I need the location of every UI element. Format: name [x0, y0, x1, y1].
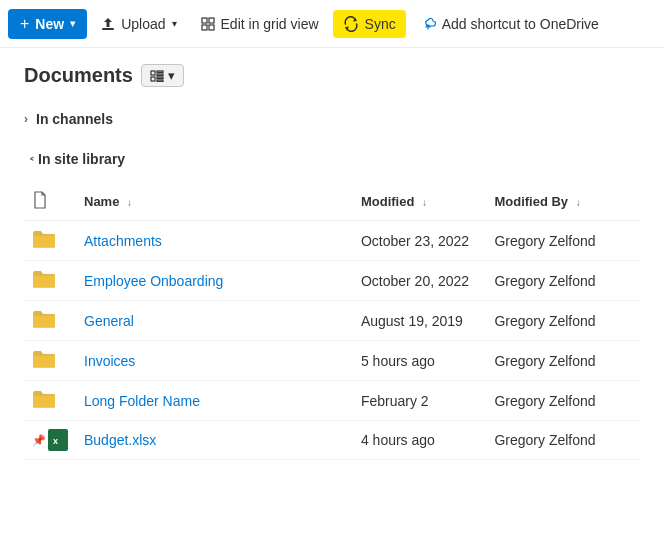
new-button-label: New — [35, 16, 64, 32]
grid-icon — [201, 17, 215, 31]
row-attachments-icon-cell — [24, 221, 76, 261]
row-long-folder-name-modified: February 2 — [353, 381, 487, 421]
th-modified-by[interactable]: Modified By ↓ — [486, 183, 640, 221]
row-long-folder-name-icon-cell — [24, 381, 76, 421]
view-chevron-icon: ▾ — [168, 68, 175, 83]
row-attachments-name: Attachments — [76, 221, 353, 261]
table-row[interactable]: 📌 x Budget.xlsx4 hours agoGregory Zelfon… — [24, 421, 640, 460]
row-invoices-icon-cell — [24, 341, 76, 381]
file-name-text[interactable]: Attachments — [84, 233, 162, 249]
row-employee-onboarding-name: Employee Onboarding — [76, 261, 353, 301]
add-shortcut-label: Add shortcut to OneDrive — [442, 16, 599, 32]
row-long-folder-name-modified-by: Gregory Zelfond — [486, 381, 640, 421]
modified-by-sort-icon: ↓ — [576, 197, 581, 208]
row-employee-onboarding-modified-by: Gregory Zelfond — [486, 261, 640, 301]
documents-header: Documents ▾ — [24, 64, 640, 87]
sync-icon — [343, 16, 359, 32]
in-channels-section: › In channels — [24, 103, 640, 135]
table-row[interactable]: Long Folder NameFebruary 2Gregory Zelfon… — [24, 381, 640, 421]
name-col-label: Name — [84, 194, 119, 209]
table-row[interactable]: Employee OnboardingOctober 20, 2022Grego… — [24, 261, 640, 301]
folder-icon — [32, 269, 56, 289]
row-long-folder-name-name: Long Folder Name — [76, 381, 353, 421]
file-name-text[interactable]: General — [84, 313, 134, 329]
folder-icon — [32, 229, 56, 249]
svg-rect-4 — [209, 25, 214, 30]
excel-icon: x — [48, 429, 68, 451]
in-site-library-section: ˅ In site library Name ↓ — [24, 143, 640, 460]
upload-label: Upload — [121, 16, 165, 32]
svg-rect-7 — [157, 71, 163, 73]
layout-icon — [150, 70, 164, 82]
row-invoices-modified-by: Gregory Zelfond — [486, 341, 640, 381]
upload-chevron-icon: ▾ — [172, 18, 177, 29]
row-employee-onboarding-modified: October 20, 2022 — [353, 261, 487, 301]
toolbar: + New ▾ Upload ▾ Edit in grid view Sync — [0, 0, 664, 48]
svg-rect-8 — [151, 77, 155, 81]
svg-text:x: x — [53, 436, 58, 446]
file-table: Name ↓ Modified ↓ Modified By ↓ — [24, 183, 640, 460]
page-title: Documents — [24, 64, 133, 87]
svg-rect-9 — [157, 77, 163, 79]
th-icon — [24, 183, 76, 221]
in-channels-label: In channels — [36, 111, 113, 127]
sync-label: Sync — [365, 16, 396, 32]
edit-grid-button[interactable]: Edit in grid view — [191, 10, 329, 38]
svg-rect-3 — [202, 25, 207, 30]
in-site-library-label: In site library — [38, 151, 125, 167]
row-general-icon-cell — [24, 301, 76, 341]
table-row[interactable]: Invoices5 hours agoGregory Zelfond — [24, 341, 640, 381]
modified-by-col-label: Modified By — [494, 194, 568, 209]
folder-icon — [32, 309, 56, 329]
row-attachments-modified: October 23, 2022 — [353, 221, 487, 261]
row-budget-xlsx-modified-by: Gregory Zelfond — [486, 421, 640, 460]
folder-icon — [32, 349, 56, 369]
file-table-body: AttachmentsOctober 23, 2022Gregory Zelfo… — [24, 221, 640, 460]
page-content: Documents ▾ › In channels ˅ In site libr… — [0, 48, 664, 460]
file-name-text[interactable]: Long Folder Name — [84, 393, 200, 409]
upload-button[interactable]: Upload ▾ — [91, 10, 186, 38]
library-chevron-icon: ˅ — [20, 156, 34, 162]
edit-grid-label: Edit in grid view — [221, 16, 319, 32]
new-chevron-icon: ▾ — [70, 18, 75, 29]
modified-col-label: Modified — [361, 194, 414, 209]
svg-rect-1 — [202, 18, 207, 23]
row-invoices-name: Invoices — [76, 341, 353, 381]
file-header-icon — [32, 191, 48, 209]
table-row[interactable]: AttachmentsOctober 23, 2022Gregory Zelfo… — [24, 221, 640, 261]
name-sort-icon: ↓ — [127, 197, 132, 208]
row-attachments-modified-by: Gregory Zelfond — [486, 221, 640, 261]
file-name-text[interactable]: Employee Onboarding — [84, 273, 223, 289]
row-budget-xlsx-icon-cell: 📌 x — [24, 421, 76, 460]
svg-rect-6 — [151, 71, 155, 75]
row-budget-xlsx-name: Budget.xlsx — [76, 421, 353, 460]
svg-rect-10 — [157, 74, 163, 76]
in-channels-header[interactable]: › In channels — [24, 103, 640, 135]
file-name-text[interactable]: Budget.xlsx — [84, 432, 156, 448]
sync-button[interactable]: Sync — [333, 10, 406, 38]
row-general-modified: August 19, 2019 — [353, 301, 487, 341]
row-invoices-modified: 5 hours ago — [353, 341, 487, 381]
onedrive-icon — [420, 16, 436, 32]
row-budget-xlsx-modified: 4 hours ago — [353, 421, 487, 460]
excel-svg: x — [50, 431, 66, 449]
file-name-text[interactable]: Invoices — [84, 353, 135, 369]
th-modified[interactable]: Modified ↓ — [353, 183, 487, 221]
new-button[interactable]: + New ▾ — [8, 9, 87, 39]
row-general-name: General — [76, 301, 353, 341]
svg-rect-2 — [209, 18, 214, 23]
view-toggle-button[interactable]: ▾ — [141, 64, 184, 87]
th-name[interactable]: Name ↓ — [76, 183, 353, 221]
plus-icon: + — [20, 15, 29, 33]
upload-icon — [101, 17, 115, 31]
channels-chevron-icon: › — [24, 112, 28, 126]
row-general-modified-by: Gregory Zelfond — [486, 301, 640, 341]
table-header-row: Name ↓ Modified ↓ Modified By ↓ — [24, 183, 640, 221]
table-row[interactable]: GeneralAugust 19, 2019Gregory Zelfond — [24, 301, 640, 341]
modified-sort-icon: ↓ — [422, 197, 427, 208]
svg-rect-11 — [157, 80, 163, 82]
in-site-library-header[interactable]: ˅ In site library — [24, 143, 640, 175]
pin-icon: 📌 — [32, 434, 46, 447]
svg-rect-0 — [102, 28, 114, 30]
add-shortcut-button[interactable]: Add shortcut to OneDrive — [410, 10, 609, 38]
